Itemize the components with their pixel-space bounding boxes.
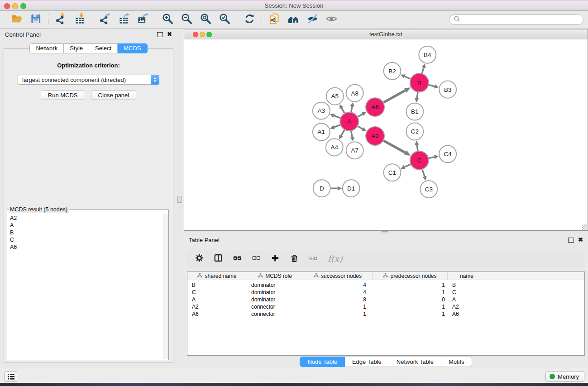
graph-edge-A-A6[interactable] (358, 112, 366, 117)
table-row[interactable]: Adominator80A (187, 296, 584, 303)
network-zoom-button[interactable] (206, 32, 212, 37)
graph-node-A[interactable]: A (340, 112, 359, 131)
open-file-button[interactable] (10, 13, 24, 26)
zoom-selected-button[interactable] (218, 13, 231, 26)
mcds-result-item[interactable]: A (10, 222, 160, 229)
table-row[interactable]: Cdominator41C (187, 289, 584, 296)
zoom-window-button[interactable] (20, 3, 26, 9)
graph-edge-B-B4[interactable] (421, 64, 425, 74)
tab-motifs[interactable]: Motifs (441, 357, 472, 367)
graph-node-A1[interactable]: A1 (313, 124, 330, 141)
hide-selected-button[interactable] (306, 13, 319, 26)
graph-node-B1[interactable]: B1 (406, 103, 423, 120)
delete-column-button[interactable] (290, 253, 300, 265)
tab-network[interactable]: Network (29, 43, 64, 53)
graph-edge-C-C3[interactable] (422, 170, 426, 181)
graph-node-C2[interactable]: C2 (406, 123, 423, 140)
graph-node-B[interactable]: B (410, 73, 429, 92)
column-header-successor-nodes[interactable]: successor nodes (303, 272, 373, 280)
window-resize-grip[interactable] (582, 224, 587, 230)
show-all-button[interactable] (325, 13, 338, 26)
vertical-splitter-grip[interactable] (177, 196, 182, 203)
graph-node-A2[interactable]: A2 (366, 127, 384, 145)
import-network-button[interactable] (54, 13, 67, 26)
deselect-all-button[interactable] (252, 253, 262, 265)
graph-edge-A-A3[interactable] (330, 114, 340, 118)
mcds-result-item[interactable]: C (10, 236, 160, 243)
table-row[interactable]: A6connector11A6 (187, 310, 584, 318)
gear-button[interactable] (195, 253, 205, 265)
add-column-button[interactable] (271, 253, 281, 265)
network-minimize-button[interactable] (200, 32, 205, 37)
graph-node-A7[interactable]: A7 (346, 142, 363, 159)
network-close-button[interactable] (193, 32, 198, 37)
graph-node-B4[interactable]: B4 (419, 46, 436, 63)
column-header-name[interactable]: name (448, 272, 486, 280)
graph-node-C3[interactable]: C3 (420, 181, 437, 198)
memory-button[interactable]: Memory (545, 371, 584, 382)
graph-node-A6[interactable]: A6 (366, 98, 384, 116)
mcds-result-item[interactable]: B (10, 229, 160, 236)
table-row[interactable]: Bdominator41B (187, 281, 584, 289)
graph-edge-A-A4[interactable] (339, 130, 344, 139)
run-mcds-button[interactable]: Run MCDS (41, 90, 85, 100)
graph-edge-B-B1[interactable] (415, 92, 419, 102)
close-table-panel-icon[interactable]: ✖ (578, 237, 583, 243)
graph-edge-C-C2[interactable] (415, 141, 419, 151)
tab-node-table[interactable]: Node Table (300, 357, 345, 367)
graph-edge-A-A2[interactable] (358, 126, 366, 131)
graph-edge-A-A5[interactable] (339, 104, 344, 113)
close-panel-button[interactable]: Close panel (91, 90, 137, 100)
graph-edge-C-C1[interactable] (401, 164, 411, 169)
graph-node-C[interactable]: C (410, 151, 429, 170)
criterion-dropdown[interactable]: largest connected component (directed) (18, 75, 159, 85)
float-table-panel-icon[interactable] (568, 238, 574, 243)
column-header-MCDS-role[interactable]: MCDS role (247, 272, 303, 280)
graph-edge-B-B3[interactable] (429, 84, 439, 88)
export-image-button[interactable] (136, 13, 149, 26)
tab-mcds[interactable]: MCDS (118, 43, 147, 53)
graph-edge-A-A8[interactable] (350, 102, 354, 112)
minimize-window-button[interactable] (12, 3, 18, 9)
graph-edge-B-B2[interactable] (401, 74, 410, 79)
graph-node-A3[interactable]: A3 (313, 102, 330, 119)
graph-node-B3[interactable]: B3 (439, 81, 456, 98)
graph-node-D1[interactable]: D1 (343, 180, 360, 197)
tab-edge-table[interactable]: Edge Table (345, 357, 389, 367)
graph-node-C1[interactable]: C1 (384, 164, 401, 181)
tab-network-table[interactable]: Network Table (389, 357, 441, 367)
mcds-result-item[interactable]: A6 (10, 243, 160, 251)
tab-style[interactable]: Style (64, 43, 89, 53)
zoom-fit-button[interactable] (199, 13, 212, 26)
close-window-button[interactable] (4, 3, 10, 9)
export-table-button[interactable] (117, 13, 130, 26)
graph-node-C4[interactable]: C4 (439, 145, 456, 162)
float-panel-icon[interactable] (157, 32, 163, 37)
column-header-shared-name[interactable]: shared name (187, 272, 247, 280)
save-session-button[interactable] (29, 13, 43, 26)
go-home-button[interactable] (287, 13, 300, 26)
list-scrollbar[interactable] (163, 214, 168, 359)
table-row[interactable]: A2connector11A2 (187, 303, 584, 310)
graph-edge-C-C4[interactable] (429, 155, 439, 159)
close-panel-icon[interactable]: ✖ (167, 32, 172, 37)
graph-edge-A-A1[interactable] (330, 125, 340, 129)
mcds-result-item[interactable]: A2 (10, 214, 160, 222)
split-panel-button[interactable] (214, 253, 224, 265)
graph-edge-A2-C[interactable] (383, 141, 411, 156)
tab-select[interactable]: Select (89, 43, 118, 53)
graph-node-A8[interactable]: A8 (346, 85, 363, 102)
zoom-out-button[interactable] (180, 13, 193, 26)
graph-edge-A-A7[interactable] (350, 131, 354, 142)
search-input[interactable] (463, 16, 579, 24)
clone-network-button[interactable] (268, 13, 281, 26)
graph-node-D[interactable]: D (313, 180, 330, 197)
graph-node-A5[interactable]: A5 (326, 88, 344, 105)
export-network-button[interactable] (98, 13, 111, 26)
refresh-view-button[interactable] (243, 13, 256, 26)
column-header-predecessor-nodes[interactable]: predecessor nodes (373, 272, 448, 280)
graph-edge-A6-B[interactable] (383, 87, 411, 102)
graph-edge-D-D1[interactable] (331, 186, 342, 191)
network-canvas[interactable]: B4B2BB3A5A8A6A3B1AA1C2A2A4A7CC4C1C3DD1 (184, 40, 588, 230)
panel-list-button[interactable] (5, 372, 17, 382)
